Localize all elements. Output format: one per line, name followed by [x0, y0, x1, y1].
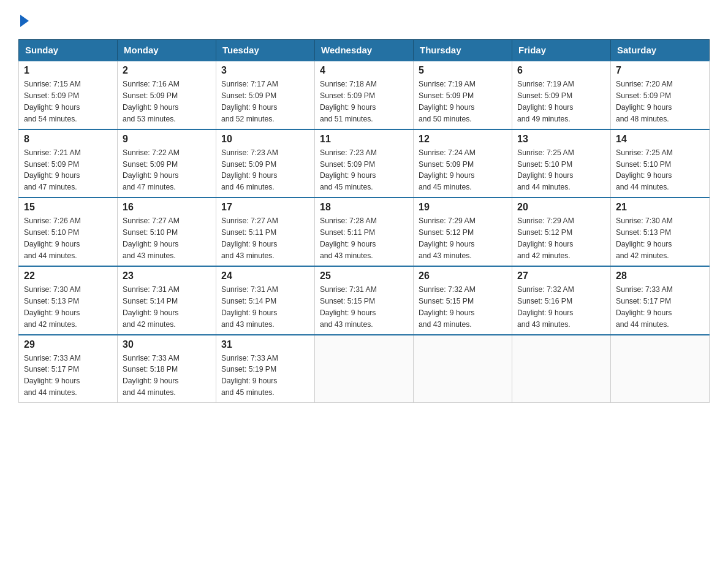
table-row: 25Sunrise: 7:31 AMSunset: 5:15 PMDayligh… [315, 266, 414, 335]
table-row: 12Sunrise: 7:24 AMSunset: 5:09 PMDayligh… [414, 129, 512, 198]
day-info: Sunrise: 7:15 AMSunset: 5:09 PMDaylight:… [24, 79, 112, 125]
day-info: Sunrise: 7:27 AMSunset: 5:10 PMDaylight:… [123, 215, 211, 262]
day-info: Sunrise: 7:33 AMSunset: 5:19 PMDaylight:… [221, 353, 309, 399]
table-row: 8Sunrise: 7:21 AMSunset: 5:09 PMDaylight… [19, 129, 118, 198]
day-number: 6 [517, 65, 605, 76]
day-number: 30 [123, 339, 211, 350]
calendar-week-row: 29Sunrise: 7:33 AMSunset: 5:17 PMDayligh… [19, 335, 710, 403]
day-number: 12 [419, 134, 507, 145]
table-row: 9Sunrise: 7:22 AMSunset: 5:09 PMDaylight… [118, 129, 216, 198]
table-row: 16Sunrise: 7:27 AMSunset: 5:10 PMDayligh… [118, 197, 216, 266]
table-row: 23Sunrise: 7:31 AMSunset: 5:14 PMDayligh… [118, 266, 216, 335]
day-info: Sunrise: 7:26 AMSunset: 5:10 PMDaylight:… [24, 215, 112, 262]
col-saturday: Saturday [611, 40, 710, 61]
day-number: 28 [616, 270, 704, 282]
day-number: 14 [616, 134, 704, 145]
table-row: 18Sunrise: 7:28 AMSunset: 5:11 PMDayligh… [315, 197, 414, 266]
table-row: 6Sunrise: 7:19 AMSunset: 5:09 PMDaylight… [512, 61, 611, 129]
table-row: 30Sunrise: 7:33 AMSunset: 5:18 PMDayligh… [118, 335, 216, 403]
table-row: 31Sunrise: 7:33 AMSunset: 5:19 PMDayligh… [216, 335, 315, 403]
day-number: 27 [517, 270, 605, 282]
day-info: Sunrise: 7:28 AMSunset: 5:11 PMDaylight:… [320, 215, 408, 262]
day-number: 5 [419, 65, 507, 76]
col-thursday: Thursday [414, 40, 512, 61]
day-number: 25 [320, 270, 408, 282]
day-number: 1 [24, 65, 112, 76]
day-number: 7 [616, 65, 704, 76]
day-number: 24 [221, 270, 309, 282]
day-number: 22 [24, 270, 112, 282]
table-row [512, 335, 611, 403]
day-info: Sunrise: 7:18 AMSunset: 5:09 PMDaylight:… [320, 79, 408, 125]
day-info: Sunrise: 7:27 AMSunset: 5:11 PMDaylight:… [221, 215, 309, 262]
calendar-week-row: 1Sunrise: 7:15 AMSunset: 5:09 PMDaylight… [19, 61, 710, 129]
col-wednesday: Wednesday [315, 40, 414, 61]
day-info: Sunrise: 7:33 AMSunset: 5:17 PMDaylight:… [616, 284, 704, 331]
day-number: 15 [24, 202, 112, 213]
day-number: 13 [517, 134, 605, 145]
day-info: Sunrise: 7:32 AMSunset: 5:15 PMDaylight:… [419, 284, 507, 331]
table-row: 7Sunrise: 7:20 AMSunset: 5:09 PMDaylight… [611, 61, 710, 129]
table-row: 28Sunrise: 7:33 AMSunset: 5:17 PMDayligh… [611, 266, 710, 335]
day-info: Sunrise: 7:29 AMSunset: 5:12 PMDaylight:… [517, 215, 605, 262]
logo [18, 15, 29, 27]
day-info: Sunrise: 7:16 AMSunset: 5:09 PMDaylight:… [123, 79, 211, 125]
day-info: Sunrise: 7:23 AMSunset: 5:09 PMDaylight:… [320, 147, 408, 194]
day-number: 10 [221, 134, 309, 145]
day-info: Sunrise: 7:33 AMSunset: 5:17 PMDaylight:… [24, 353, 112, 399]
table-row [315, 335, 414, 403]
day-number: 21 [616, 202, 704, 213]
day-number: 9 [123, 134, 211, 145]
table-row: 19Sunrise: 7:29 AMSunset: 5:12 PMDayligh… [414, 197, 512, 266]
table-row: 3Sunrise: 7:17 AMSunset: 5:09 PMDaylight… [216, 61, 315, 129]
table-row: 2Sunrise: 7:16 AMSunset: 5:09 PMDaylight… [118, 61, 216, 129]
day-info: Sunrise: 7:23 AMSunset: 5:09 PMDaylight:… [221, 147, 309, 194]
day-number: 31 [221, 339, 309, 350]
col-sunday: Sunday [19, 40, 118, 61]
day-info: Sunrise: 7:32 AMSunset: 5:16 PMDaylight:… [517, 284, 605, 331]
col-tuesday: Tuesday [216, 40, 315, 61]
day-number: 3 [221, 65, 309, 76]
calendar-week-row: 15Sunrise: 7:26 AMSunset: 5:10 PMDayligh… [19, 197, 710, 266]
day-info: Sunrise: 7:25 AMSunset: 5:10 PMDaylight:… [616, 147, 704, 194]
day-number: 26 [419, 270, 507, 282]
day-info: Sunrise: 7:31 AMSunset: 5:15 PMDaylight:… [320, 284, 408, 331]
calendar-table: Sunday Monday Tuesday Wednesday Thursday… [18, 39, 710, 403]
day-number: 29 [24, 339, 112, 350]
day-info: Sunrise: 7:31 AMSunset: 5:14 PMDaylight:… [221, 284, 309, 331]
day-number: 19 [419, 202, 507, 213]
table-row: 4Sunrise: 7:18 AMSunset: 5:09 PMDaylight… [315, 61, 414, 129]
table-row: 27Sunrise: 7:32 AMSunset: 5:16 PMDayligh… [512, 266, 611, 335]
table-row: 26Sunrise: 7:32 AMSunset: 5:15 PMDayligh… [414, 266, 512, 335]
table-row: 15Sunrise: 7:26 AMSunset: 5:10 PMDayligh… [19, 197, 118, 266]
day-number: 11 [320, 134, 408, 145]
calendar-header-row: Sunday Monday Tuesday Wednesday Thursday… [19, 40, 710, 61]
table-row [611, 335, 710, 403]
page-header [18, 15, 710, 27]
table-row: 13Sunrise: 7:25 AMSunset: 5:10 PMDayligh… [512, 129, 611, 198]
table-row: 22Sunrise: 7:30 AMSunset: 5:13 PMDayligh… [19, 266, 118, 335]
day-info: Sunrise: 7:31 AMSunset: 5:14 PMDaylight:… [123, 284, 211, 331]
day-info: Sunrise: 7:25 AMSunset: 5:10 PMDaylight:… [517, 147, 605, 194]
table-row: 10Sunrise: 7:23 AMSunset: 5:09 PMDayligh… [216, 129, 315, 198]
table-row: 14Sunrise: 7:25 AMSunset: 5:10 PMDayligh… [611, 129, 710, 198]
day-number: 4 [320, 65, 408, 76]
logo-arrow-icon [20, 15, 29, 27]
table-row: 1Sunrise: 7:15 AMSunset: 5:09 PMDaylight… [19, 61, 118, 129]
calendar-week-row: 8Sunrise: 7:21 AMSunset: 5:09 PMDaylight… [19, 129, 710, 198]
day-info: Sunrise: 7:17 AMSunset: 5:09 PMDaylight:… [221, 79, 309, 125]
table-row: 5Sunrise: 7:19 AMSunset: 5:09 PMDaylight… [414, 61, 512, 129]
table-row: 20Sunrise: 7:29 AMSunset: 5:12 PMDayligh… [512, 197, 611, 266]
table-row: 17Sunrise: 7:27 AMSunset: 5:11 PMDayligh… [216, 197, 315, 266]
table-row: 29Sunrise: 7:33 AMSunset: 5:17 PMDayligh… [19, 335, 118, 403]
table-row: 11Sunrise: 7:23 AMSunset: 5:09 PMDayligh… [315, 129, 414, 198]
col-friday: Friday [512, 40, 611, 61]
calendar-week-row: 22Sunrise: 7:30 AMSunset: 5:13 PMDayligh… [19, 266, 710, 335]
day-info: Sunrise: 7:29 AMSunset: 5:12 PMDaylight:… [419, 215, 507, 262]
day-info: Sunrise: 7:33 AMSunset: 5:18 PMDaylight:… [123, 353, 211, 399]
day-info: Sunrise: 7:30 AMSunset: 5:13 PMDaylight:… [616, 215, 704, 262]
day-info: Sunrise: 7:24 AMSunset: 5:09 PMDaylight:… [419, 147, 507, 194]
table-row [414, 335, 512, 403]
day-number: 8 [24, 134, 112, 145]
day-info: Sunrise: 7:20 AMSunset: 5:09 PMDaylight:… [616, 79, 704, 125]
